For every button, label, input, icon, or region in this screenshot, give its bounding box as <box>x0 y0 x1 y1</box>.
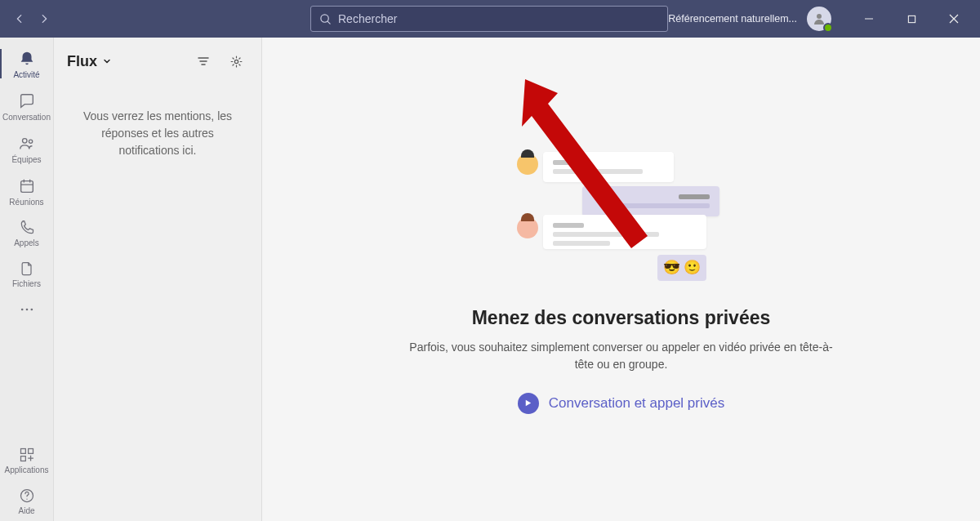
rail-label: Activité <box>13 70 39 79</box>
svg-rect-10 <box>28 449 33 454</box>
svg-point-8 <box>30 309 33 311</box>
search-input[interactable]: Rechercher <box>310 6 668 32</box>
private-chat-cta[interactable]: Conversation et appel privés <box>518 393 724 414</box>
svg-point-4 <box>29 140 32 143</box>
rail-meetings[interactable]: Réunions <box>0 170 54 212</box>
calendar-icon <box>18 177 36 195</box>
rail-activity[interactable]: Activité <box>0 42 54 85</box>
rail-label: Réunions <box>9 198 43 207</box>
svg-point-6 <box>20 309 23 311</box>
svg-rect-2 <box>908 16 915 22</box>
hero-subtitle: Parfois, vous souhaitez simplement conve… <box>409 339 834 373</box>
filter-icon <box>197 55 210 68</box>
avatar[interactable] <box>807 7 831 31</box>
person-icon <box>813 12 826 25</box>
svg-rect-9 <box>20 449 25 454</box>
file-icon <box>19 260 35 277</box>
title-bar: Rechercher Référencement naturellem... <box>0 0 980 38</box>
chat-icon <box>18 92 36 110</box>
rail-files[interactable]: Fichiers <box>0 253 54 294</box>
search-placeholder: Rechercher <box>338 12 397 25</box>
content-area: 😎🙂 Menez des conversations privées Parfo… <box>262 38 980 521</box>
svg-point-1 <box>817 14 822 19</box>
history-nav <box>8 7 56 30</box>
forward-button[interactable] <box>33 7 56 30</box>
app-rail: Activité Conversation Équipes Réunions A… <box>0 38 54 521</box>
play-icon <box>518 393 539 414</box>
panel-empty-message: Vous verrez les mentions, les réponses e… <box>54 85 261 182</box>
search-icon <box>319 13 332 25</box>
more-icon <box>19 301 35 318</box>
feed-dropdown[interactable]: Flux <box>67 53 112 70</box>
rail-help[interactable]: Aide <box>0 480 54 521</box>
people-icon <box>18 135 36 153</box>
org-name[interactable]: Référencement naturellem... <box>668 13 797 24</box>
rail-calls[interactable]: Appels <box>0 212 54 253</box>
svg-point-7 <box>25 309 28 311</box>
titlebar-right: Référencement naturellem... <box>668 7 972 31</box>
rail-label: Fichiers <box>12 279 41 288</box>
rail-teams[interactable]: Équipes <box>0 127 54 170</box>
panel-actions <box>191 49 248 73</box>
rail-chat[interactable]: Conversation <box>0 85 54 127</box>
settings-button[interactable] <box>224 49 248 73</box>
rail-label: Aide <box>18 506 34 515</box>
chevron-down-icon <box>102 56 112 66</box>
panel-title-text: Flux <box>67 53 97 70</box>
svg-point-0 <box>321 14 328 21</box>
rail-label: Applications <box>5 465 49 474</box>
close-button[interactable] <box>936 7 972 31</box>
rail-label: Appels <box>14 238 39 247</box>
minimize-button[interactable] <box>851 7 887 31</box>
chat-illustration: 😎🙂 <box>507 145 736 292</box>
activity-panel: Flux Vous verrez les mentions, les répon… <box>54 38 262 521</box>
svg-rect-5 <box>20 181 33 193</box>
svg-point-3 <box>22 139 27 144</box>
svg-rect-11 <box>20 456 25 461</box>
rail-label: Équipes <box>11 155 41 164</box>
rail-apps[interactable]: Applications <box>0 439 54 480</box>
rail-more[interactable] <box>0 294 54 323</box>
maximize-button[interactable] <box>893 7 929 31</box>
back-button[interactable] <box>8 7 31 30</box>
phone-icon <box>19 220 35 236</box>
apps-icon <box>19 447 35 463</box>
panel-header: Flux <box>54 38 261 85</box>
presence-indicator <box>823 23 833 33</box>
hero-title: Menez des conversations privées <box>472 307 771 329</box>
bell-icon <box>18 50 36 68</box>
app-layout: Activité Conversation Équipes Réunions A… <box>0 38 980 521</box>
help-icon <box>19 488 35 504</box>
filter-button[interactable] <box>191 49 216 73</box>
gear-icon <box>229 55 243 69</box>
cta-text: Conversation et appel privés <box>549 395 724 412</box>
svg-point-13 <box>234 60 238 63</box>
search-wrap: Rechercher <box>310 6 668 32</box>
rail-label: Conversation <box>2 113 51 122</box>
